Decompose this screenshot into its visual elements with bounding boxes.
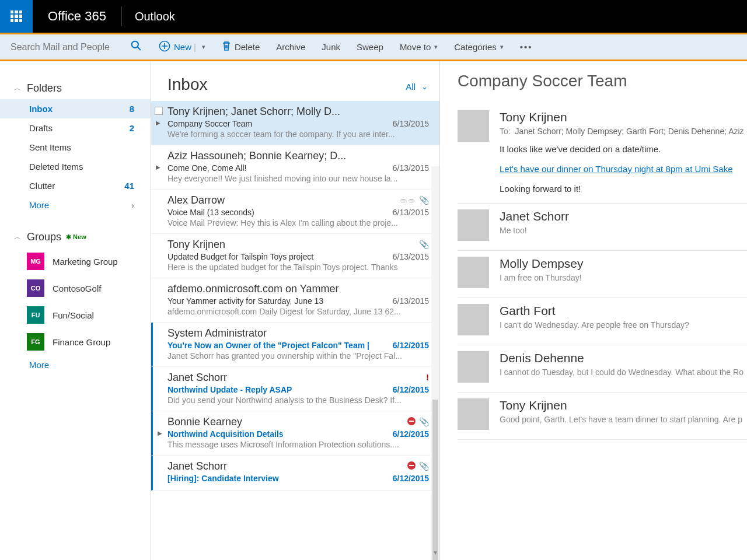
avatar xyxy=(458,304,489,335)
chevron-down-icon[interactable]: ▾ xyxy=(202,43,205,51)
message-subject: [Hiring]: Candidate Interview xyxy=(167,474,279,483)
chevron-up-icon: ︿ xyxy=(14,83,21,93)
message-item[interactable]: ▶ Tony Krijnen; Janet Schorr; Molly D...… xyxy=(151,101,439,145)
scrollbar-thumb[interactable] xyxy=(432,400,438,560)
chevron-down-icon: ▾ xyxy=(500,43,504,51)
thread-from: Tony Krijnen xyxy=(500,110,747,124)
avatar xyxy=(458,398,489,430)
groups-more[interactable]: More xyxy=(0,355,151,374)
reading-subject: Company Soccer Team xyxy=(458,72,747,90)
folder-item[interactable]: Inbox8 xyxy=(0,99,151,118)
expand-icon[interactable]: ▶ xyxy=(158,430,162,436)
message-item[interactable]: afdemo.onmicrosoft.com on Yammer Your Ya… xyxy=(151,278,439,323)
folders-header[interactable]: ︿ Folders xyxy=(0,78,151,99)
message-subject: Come One, Come All! xyxy=(167,163,246,173)
group-item[interactable]: COContosoGolf xyxy=(0,275,151,302)
attachment-icon: 📎 xyxy=(419,417,429,426)
message-item[interactable]: ! Janet Schorr Northwind Update - Reply … xyxy=(151,367,439,411)
sweep-button[interactable]: Sweep xyxy=(348,42,392,52)
expand-icon[interactable]: ▶ xyxy=(156,120,160,126)
folders-more[interactable]: More › xyxy=(0,195,151,215)
plus-circle-icon xyxy=(159,40,170,54)
message-subject: Updated Budget for Tailspin Toys project xyxy=(167,252,313,261)
archive-button[interactable]: Archive xyxy=(268,42,313,52)
message-preview: Voice Mail Preview: Hey this is Alex I'm… xyxy=(167,218,429,228)
categories-button[interactable]: Categories▾ xyxy=(446,42,512,52)
thread-message[interactable]: Tony KrijnenTo: Janet Schorr; Molly Demp… xyxy=(458,104,747,204)
message-from: Aziz Hassouneh; Bonnie Kearney; D... xyxy=(167,150,429,162)
search-icon[interactable] xyxy=(131,40,141,54)
thread-message[interactable]: Garth FortI can't do Wednesday. Are peop… xyxy=(458,298,747,345)
app-name: Outlook xyxy=(122,10,175,23)
message-from: Janet Schorr xyxy=(167,372,429,384)
search-input[interactable] xyxy=(11,42,127,52)
message-preview: afdemo.onmicrosoft.com Daily Digest for … xyxy=(167,307,429,316)
message-preview: Janet Schorr has granted you ownership w… xyxy=(167,351,429,360)
attachment-icon: 📎 xyxy=(419,195,429,205)
thread-snippet: I can't do Wednesday. Are people free on… xyxy=(500,320,747,330)
group-item[interactable]: FGFinance Group xyxy=(0,328,151,355)
moveto-button[interactable]: Move to▾ xyxy=(392,42,446,52)
filter-button[interactable]: All ⌄ xyxy=(406,82,428,92)
app-launcher-button[interactable] xyxy=(0,0,33,33)
message-subject: You're Now an Owner of the "Project Falc… xyxy=(167,341,369,350)
group-badge: FU xyxy=(27,306,44,324)
thread-message[interactable]: Molly DempseyI am free on Thursday! xyxy=(458,251,747,298)
folder-item[interactable]: Drafts2 xyxy=(0,118,151,138)
message-date: 6/13/2015 xyxy=(393,252,429,261)
message-item[interactable]: 📎 Janet Schorr [Hiring]: Candidate Inter… xyxy=(151,456,439,491)
thread-from: Janet Schorr xyxy=(500,209,747,223)
message-date: 6/12/2015 xyxy=(393,385,429,394)
avatar xyxy=(458,257,489,288)
message-date: 6/12/2015 xyxy=(393,474,429,483)
message-list-pane: Inbox All ⌄ ▶ Tony Krijnen; Janet Schorr… xyxy=(151,61,440,560)
chevron-down-icon: ▾ xyxy=(434,43,438,51)
folder-item[interactable]: Clutter41 xyxy=(0,176,151,195)
message-from: afdemo.onmicrosoft.com on Yammer xyxy=(167,283,429,295)
message-item[interactable]: ▶ Aziz Hassouneh; Bonnie Kearney; D... C… xyxy=(151,145,439,190)
expand-icon[interactable]: ▶ xyxy=(156,164,160,170)
message-from: Tony Krijnen xyxy=(167,239,429,251)
trash-icon xyxy=(222,41,231,53)
waffle-icon xyxy=(11,10,22,22)
thread-message[interactable]: Janet SchorrMe too! xyxy=(458,204,747,251)
message-date: 6/13/2015 xyxy=(393,208,429,217)
thread-snippet: I cannot do Tuesday, but I could do Wedn… xyxy=(500,368,747,377)
message-subject: Northwind Update - Reply ASAP xyxy=(167,385,292,394)
message-from: Bonnie Kearney xyxy=(167,416,429,428)
checkbox[interactable] xyxy=(155,107,163,115)
junk-button[interactable]: Junk xyxy=(313,42,348,52)
thread-snippet: Good point, Garth. Let's have a team din… xyxy=(500,415,747,424)
thread-from: Tony Krijnen xyxy=(500,398,747,412)
message-subject: Voice Mail (13 seconds) xyxy=(167,208,254,217)
message-item[interactable]: ▶ 📎 Bonnie Kearney Northwind Acquisition… xyxy=(151,411,439,456)
new-button[interactable]: New | ▾ xyxy=(151,40,214,54)
message-from: Alex Darrow xyxy=(167,194,429,206)
thread-message[interactable]: Denis DehenneI cannot do Tuesday, but I … xyxy=(458,345,747,393)
search-box[interactable] xyxy=(0,40,151,54)
group-item[interactable]: MGMarketing Group xyxy=(0,248,151,275)
groups-header[interactable]: ︿ Groups ✱ New xyxy=(0,226,151,248)
message-item[interactable]: 📎 Tony Krijnen Updated Budget for Tailsp… xyxy=(151,234,439,278)
attachment-icon: 📎 xyxy=(419,240,429,249)
message-preview: Hey everyone!! We just finished moving i… xyxy=(167,174,429,183)
folder-title: Inbox xyxy=(167,75,208,94)
thread-message[interactable]: Tony KrijnenGood point, Garth. Let's hav… xyxy=(458,393,747,440)
avatar xyxy=(458,110,489,142)
message-item[interactable]: System Administrator You're Now an Owner… xyxy=(151,323,439,367)
group-item[interactable]: FUFun/Social xyxy=(0,302,151,328)
meeting-link[interactable]: Let's have our dinner on Thursday night … xyxy=(500,164,732,174)
message-item[interactable]: ⌯⌯📎 Alex Darrow Voice Mail (13 seconds)6… xyxy=(151,190,439,234)
avatar xyxy=(458,209,489,241)
blocked-icon xyxy=(407,461,416,470)
message-date: 6/12/2015 xyxy=(393,429,429,439)
thread-snippet: Me too! xyxy=(500,226,747,235)
scroll-down-arrow[interactable]: ▼ xyxy=(431,550,439,559)
folder-item[interactable]: Deleted Items xyxy=(0,157,151,176)
folder-item[interactable]: Sent Items xyxy=(0,138,151,157)
message-date: 6/13/2015 xyxy=(393,163,429,173)
thread-body: It looks like we've decided on a date/ti… xyxy=(500,144,747,194)
delete-button[interactable]: Delete xyxy=(214,41,268,53)
more-commands-button[interactable]: ••• xyxy=(512,42,541,52)
thread-from: Molly Dempsey xyxy=(500,257,747,271)
